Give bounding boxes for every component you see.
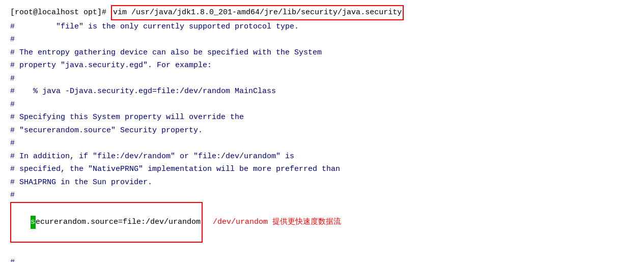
comment-line-4: # property "java.security.egd". For exam… [10, 59, 634, 72]
comment-line-5: # [10, 72, 634, 85]
comment-line-2: # [10, 33, 634, 46]
cursor: s [31, 216, 36, 229]
comment-line-6: # % java -Djava.security.egd=file:/dev/r… [10, 85, 634, 98]
command-box: vim /usr/java/jdk1.8.0_201-amd64/jre/lib… [111, 5, 404, 20]
securerandom-rest: ecurerandom.source=file:/dev/urandom [36, 218, 201, 226]
last-comment-line: # [10, 256, 634, 263]
comment-line-9: # "securerandom.source" Security propert… [10, 124, 634, 137]
comment-line-12: # specified, the "NativePRNG" implementa… [10, 163, 634, 176]
securerandom-box: securerandom.source=file:/dev/urandom [10, 202, 203, 243]
securerandom-line: securerandom.source=file:/dev/urandom /d… [10, 202, 634, 243]
prompt-line: [root@localhost opt]# vim /usr/java/jdk1… [10, 5, 634, 20]
comment-line-1: # "file" is the only currently supported… [10, 20, 634, 34]
comment-line-7: # [10, 98, 634, 111]
empty-line [10, 243, 634, 256]
comment-line-11: # In addition, if "file:/dev/random" or … [10, 150, 634, 163]
comment-line-14: # [10, 189, 634, 202]
prompt-text: [root@localhost opt]# [10, 6, 111, 19]
red-annotation: /dev/urandom 提供更快速度数据流 [213, 216, 341, 229]
comment-line-10: # [10, 137, 634, 150]
comment-line-3: # The entropy gathering device can also … [10, 46, 634, 60]
comment-line-13: # SHA1PRNG in the Sun provider. [10, 176, 634, 189]
comment-line-8: # Specifying this System property will o… [10, 111, 634, 124]
